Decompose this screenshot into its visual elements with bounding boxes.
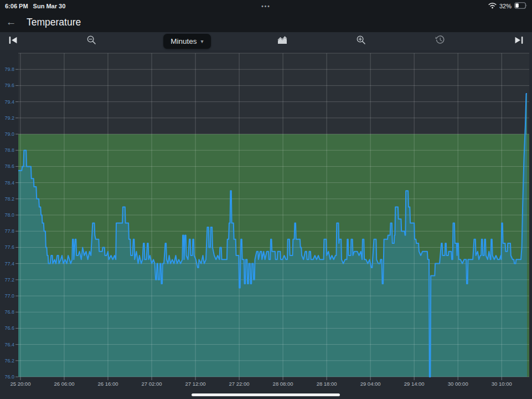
y-tick-label: 79.2 [4, 115, 14, 121]
x-tick-label: 30 00:00 [448, 381, 468, 387]
x-tick-label: 27 02:00 [142, 381, 162, 387]
home-indicator[interactable] [192, 393, 340, 396]
temperature-chart[interactable]: 79.879.679.479.279.078.878.678.478.278.0… [0, 50, 532, 399]
back-button[interactable]: ← [0, 16, 22, 28]
y-tick-label: 78.0 [4, 212, 14, 218]
y-tick-label: 78.4 [4, 180, 14, 186]
skip-to-start-button[interactable] [6, 33, 20, 49]
page-title: Temperature [27, 17, 81, 28]
x-tick-label: 27 22:00 [229, 381, 250, 387]
skip-to-end-button[interactable] [512, 33, 526, 49]
zoom-in-button[interactable] [354, 33, 369, 49]
x-tick-label: 29 14:00 [404, 381, 425, 387]
x-tick-label: 29 04:00 [360, 381, 381, 387]
period-dropdown-label: Minutes [171, 37, 197, 45]
app-screen: 6:06 PM Sun Mar 30 ••• 32% [0, 0, 532, 399]
history-clock-icon [435, 35, 445, 47]
skip-to-end-icon [515, 36, 523, 47]
y-tick-label: 77.6 [4, 244, 14, 250]
x-tick-label: 28 08:00 [273, 381, 293, 387]
y-tick-label: 77.8 [4, 228, 14, 234]
y-tick-label: 76.8 [4, 309, 14, 315]
wifi-icon [488, 2, 497, 10]
y-tick-label: 76.0 [4, 374, 14, 380]
period-dropdown[interactable]: Minutes ▾ [163, 34, 210, 49]
battery-icon [514, 2, 528, 10]
x-tick-label: 26 06:00 [54, 381, 74, 387]
battery-percent-text: 32% [499, 3, 512, 9]
x-tick-label: 25 20:00 [10, 381, 30, 387]
chevron-down-icon: ▾ [201, 38, 204, 44]
back-arrow-icon: ← [6, 16, 17, 28]
status-bar: 6:06 PM Sun Mar 30 ••• 32% [0, 0, 532, 12]
y-tick-label: 76.6 [4, 325, 14, 331]
chart-canvas[interactable]: 79.879.679.479.279.078.878.678.478.278.0… [0, 50, 532, 399]
nav-bar: ← Temperature [0, 12, 532, 32]
zoom-in-icon [356, 35, 366, 48]
more-dots-indicator: ••• [0, 3, 532, 9]
y-tick-label: 77.0 [4, 293, 14, 299]
y-tick-label: 76.2 [4, 358, 14, 364]
zoom-out-icon [86, 35, 97, 48]
y-tick-label: 77.4 [4, 261, 14, 267]
y-tick-label: 78.2 [4, 196, 14, 202]
y-tick-label: 79.8 [4, 66, 14, 72]
y-tick-label: 79.0 [4, 131, 14, 137]
y-tick-label: 78.6 [4, 163, 14, 169]
y-tick-label: 79.4 [4, 99, 14, 105]
x-tick-label: 30 10:00 [492, 381, 512, 387]
chart-type-button[interactable] [275, 33, 290, 49]
area-chart-icon [277, 36, 287, 47]
y-tick-label: 79.6 [4, 83, 14, 88]
zoom-out-button[interactable] [85, 33, 99, 49]
y-tick-label: 78.8 [4, 147, 14, 153]
y-tick-label: 76.4 [4, 342, 14, 347]
y-tick-label: 77.2 [4, 277, 14, 283]
skip-to-start-icon [9, 36, 17, 47]
x-tick-label: 28 18:00 [317, 381, 337, 387]
x-tick-label: 27 12:00 [185, 381, 206, 387]
history-button[interactable] [433, 33, 447, 49]
status-right: 32% [488, 2, 532, 10]
x-tick-label: 26 16:00 [98, 381, 118, 387]
chart-toolbar: Minutes ▾ [0, 32, 532, 50]
